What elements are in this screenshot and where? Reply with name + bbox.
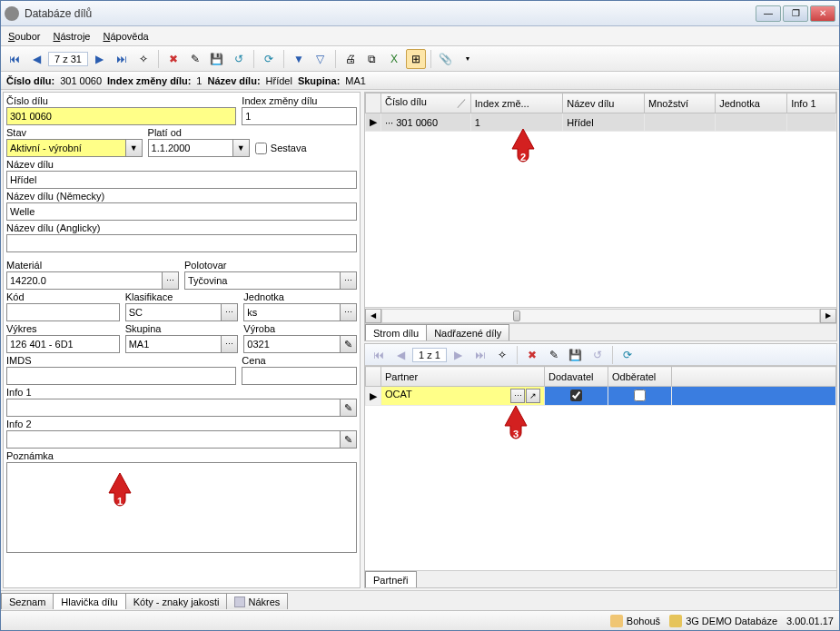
maximize-button[interactable]: ❐ [783, 5, 808, 22]
checkbox-dodavatel[interactable] [570, 389, 582, 401]
tab-koty-znaky-jakosti[interactable]: Kóty - znaky jakosti [125, 593, 228, 609]
p-undo-icon[interactable]: ↺ [588, 345, 608, 365]
p-col-odberatel[interactable]: Odběratel [608, 367, 672, 387]
scroll-right-icon[interactable]: ▶ [820, 309, 836, 323]
close-button[interactable]: ✕ [810, 5, 835, 22]
klasifikace-lookup-icon[interactable]: ⋯ [222, 303, 238, 321]
input-stav[interactable] [6, 139, 126, 157]
cell-info1[interactable] [787, 113, 836, 132]
p-refresh-icon[interactable]: ⟳ [618, 345, 637, 365]
cell-jednotka[interactable] [716, 113, 787, 132]
input-cena[interactable] [242, 367, 357, 385]
excel-icon[interactable]: X [384, 49, 404, 69]
p-nav-next-icon[interactable]: ▶ [449, 345, 469, 365]
p-col-dodavatel[interactable]: Dodavatel [545, 367, 608, 387]
nav-first-icon[interactable]: ⏮ [5, 49, 25, 69]
input-material[interactable] [6, 271, 163, 290]
input-index[interactable] [242, 107, 357, 125]
menu-nastroje[interactable]: Nástroje [53, 31, 90, 42]
tree-h-scrollbar[interactable]: ◀ ▶ [365, 307, 836, 323]
tool-toggle-icon[interactable]: ⊞ [406, 49, 426, 69]
new-icon[interactable]: ✧ [133, 49, 153, 69]
p-nav-last-icon[interactable]: ⏭ [470, 345, 490, 365]
menu-napoveda[interactable]: Nápověda [103, 31, 148, 42]
polotovar-lookup-icon[interactable]: ⋯ [341, 271, 357, 290]
input-nazev-de[interactable] [6, 202, 357, 221]
input-imds[interactable] [6, 367, 236, 385]
input-nazev-en[interactable] [6, 234, 357, 252]
nav-last-icon[interactable]: ⏭ [112, 49, 132, 69]
cell-index[interactable]: 1 [470, 113, 562, 132]
input-info1[interactable] [6, 399, 341, 417]
p-cell-odberatel[interactable] [608, 387, 672, 406]
filter2-icon[interactable]: ▽ [311, 49, 331, 69]
info2-edit-icon[interactable]: ✎ [341, 430, 357, 449]
p-nav-first-icon[interactable]: ⏮ [369, 345, 389, 365]
refresh-icon[interactable]: ⟳ [259, 49, 279, 69]
input-plati-od[interactable] [148, 139, 233, 157]
menu-soubor[interactable]: Soubor [8, 31, 40, 42]
p-edit-icon[interactable]: ✎ [544, 345, 564, 365]
info1-edit-icon[interactable]: ✎ [341, 399, 357, 417]
attachment-icon[interactable]: 📎 [436, 49, 456, 69]
checkbox-odberatel[interactable] [634, 389, 646, 401]
col-jednotka[interactable]: Jednotka [716, 94, 787, 113]
col-index[interactable]: Index změ... [470, 94, 562, 113]
col-info1[interactable]: Info 1 [787, 94, 836, 113]
p-save-icon[interactable]: 💾 [566, 345, 586, 365]
material-lookup-icon[interactable]: ⋯ [163, 271, 179, 290]
partner-lookup-icon[interactable]: ⋯ [510, 389, 525, 403]
tree-grid[interactable]: Číslo dílu ／ Index změ... Název dílu Mno… [365, 93, 836, 307]
partner-row[interactable]: ▶ OCAT ⋯ ↗ [366, 387, 836, 406]
undo-icon[interactable]: ↺ [229, 49, 249, 69]
cell-cislo[interactable]: ··· 301 0060 [381, 113, 471, 132]
skupina-lookup-icon[interactable]: ⋯ [222, 335, 238, 353]
input-polotovar[interactable] [184, 271, 341, 290]
input-cislo-dilu[interactable] [6, 107, 236, 125]
tab-strom-dilu[interactable]: Strom dílu [365, 324, 427, 340]
col-mnozstvi[interactable]: Množství [645, 94, 716, 113]
scroll-left-icon[interactable]: ◀ [365, 309, 381, 323]
col-cislo[interactable]: Číslo dílu ／ [381, 94, 471, 113]
tab-nadrazene-dily[interactable]: Nadřazené díly [426, 324, 509, 340]
input-jednotka[interactable] [243, 303, 341, 321]
tree-row[interactable]: ▶ ··· 301 0060 1 Hřídel [366, 113, 836, 132]
partner-open-icon[interactable]: ↗ [526, 389, 540, 403]
edit-icon[interactable]: ✎ [185, 49, 205, 69]
save-icon[interactable]: 💾 [207, 49, 227, 69]
p-nav-prev-icon[interactable]: ◀ [390, 345, 410, 365]
input-skupina[interactable] [125, 335, 222, 353]
input-info2[interactable] [6, 430, 341, 449]
plati-od-dropdown-icon[interactable]: ▼ [233, 139, 250, 157]
nav-prev-icon[interactable]: ◀ [26, 49, 46, 69]
nav-next-icon[interactable]: ▶ [90, 49, 110, 69]
minimize-button[interactable]: — [756, 5, 781, 22]
tab-seznam[interactable]: Seznam [1, 593, 54, 609]
vyroba-edit-icon[interactable]: ✎ [341, 335, 357, 353]
filter-icon[interactable]: ▼ [289, 49, 309, 69]
p-delete-icon[interactable]: ✖ [522, 345, 542, 365]
p-cell-partner[interactable]: OCAT ⋯ ↗ [381, 387, 545, 406]
print-icon[interactable]: 🖨 [341, 49, 361, 69]
input-kod[interactable] [6, 303, 120, 321]
cell-nazev[interactable]: Hřídel [563, 113, 645, 132]
dropdown-icon[interactable]: ▼ [458, 49, 478, 69]
copy-icon[interactable]: ⧉ [362, 49, 382, 69]
delete-icon[interactable]: ✖ [163, 49, 183, 69]
checkbox-sestava[interactable] [255, 143, 267, 154]
input-vykres[interactable] [6, 335, 120, 353]
input-klasifikace[interactable] [125, 303, 222, 321]
p-cell-dodavatel[interactable] [545, 387, 608, 406]
col-nazev[interactable]: Název dílu [563, 94, 645, 113]
jednotka-lookup-icon[interactable]: ⋯ [341, 303, 357, 321]
p-col-partner[interactable]: Partner [381, 367, 545, 387]
tab-nakres[interactable]: Nákres [226, 593, 288, 609]
cell-mnozstvi[interactable] [645, 113, 716, 132]
input-poznamka[interactable] [6, 462, 357, 553]
tab-hlavicka-dilu[interactable]: Hlavička dílu [53, 593, 125, 609]
p-new-icon[interactable]: ✧ [492, 345, 512, 365]
tab-partneri[interactable]: Partneři [365, 571, 417, 587]
input-nazev[interactable] [6, 171, 357, 189]
input-vyroba[interactable] [243, 335, 341, 353]
stav-dropdown-icon[interactable]: ▼ [126, 139, 143, 157]
